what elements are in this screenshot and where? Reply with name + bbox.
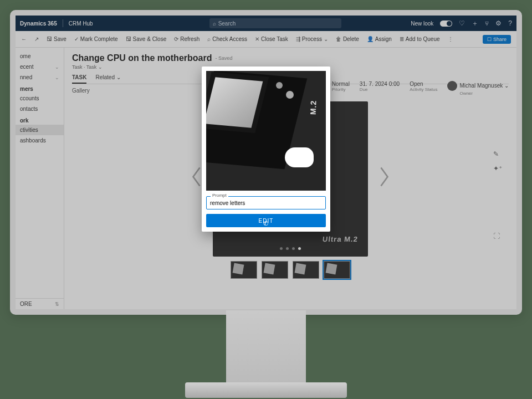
edit-image-modal: M.2 Prompt EDIT ✆: [202, 66, 330, 232]
prompt-input[interactable]: [206, 196, 326, 209]
monitor-base: [185, 382, 347, 398]
monitor-stand: [226, 310, 306, 387]
prompt-label: Prompt: [211, 193, 228, 198]
image-text: M.2: [308, 100, 318, 115]
cursor-icon: ✆: [263, 221, 269, 228]
mask-blob: [285, 147, 314, 167]
edit-button[interactable]: EDIT ✆: [206, 214, 326, 227]
modal-image: M.2: [206, 71, 326, 191]
prompt-field: Prompt: [206, 196, 326, 209]
